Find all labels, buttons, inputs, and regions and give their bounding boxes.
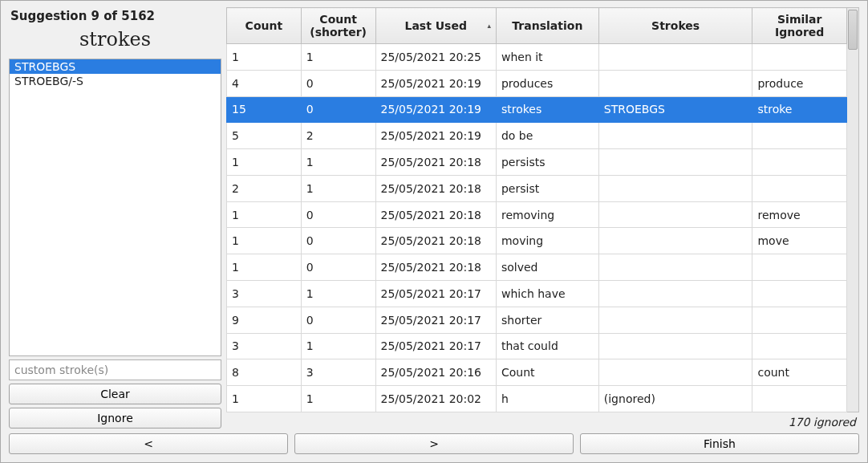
right-pane: Count Count (shorter) Last Used ▴ Transl… (226, 7, 859, 428)
cell-strokes (598, 254, 752, 281)
top-region: Suggestion 9 of 5162 strokes STROEBGSSTR… (9, 7, 859, 428)
cell-translation: Count (496, 359, 598, 386)
ignore-button[interactable]: Ignore (9, 408, 221, 428)
cell-shorter: 0 (301, 254, 375, 281)
clear-button[interactable]: Clear (9, 384, 221, 404)
col-header-last-used-label: Last Used (404, 19, 467, 32)
cell-shorter: 1 (301, 333, 375, 359)
cell-translation: that could (496, 333, 598, 359)
cell-translation: persists (496, 149, 598, 176)
cell-similar (752, 307, 847, 333)
cell-count: 1 (227, 44, 302, 71)
table-row[interactable]: 1025/05/2021 20:18solved (227, 254, 847, 281)
cell-translation: removing (496, 201, 598, 228)
cell-strokes: (ignored) (598, 386, 752, 412)
cell-similar: stroke (752, 96, 847, 123)
cell-strokes (598, 123, 752, 149)
col-header-count[interactable]: Count (227, 8, 302, 44)
cell-translation: h (496, 386, 598, 412)
table-row[interactable]: 4025/05/2021 20:19producesproduce (227, 70, 847, 96)
cell-count: 8 (227, 359, 302, 386)
cell-last: 25/05/2021 20:18 (375, 149, 496, 176)
cell-shorter: 3 (301, 359, 375, 386)
table-row[interactable]: 1025/05/2021 20:18removingremove (227, 201, 847, 228)
cell-last: 25/05/2021 20:18 (375, 175, 496, 201)
next-button[interactable]: > (294, 433, 574, 454)
cell-shorter: 0 (301, 96, 375, 123)
cell-count: 1 (227, 149, 302, 176)
left-pane: Suggestion 9 of 5162 strokes STROEBGSSTR… (9, 7, 221, 428)
cell-translation: strokes (496, 96, 598, 123)
col-header-similar-ignored[interactable]: Similar Ignored (752, 8, 847, 44)
cell-translation: solved (496, 254, 598, 281)
prev-button[interactable]: < (9, 433, 288, 454)
table-row[interactable]: 1125/05/2021 20:02h(ignored) (227, 386, 847, 412)
cell-count: 1 (227, 228, 302, 254)
finish-button[interactable]: Finish (580, 433, 859, 454)
cell-shorter: 1 (301, 386, 375, 412)
table-row[interactable]: 1125/05/2021 20:18persists (227, 149, 847, 176)
cell-similar (752, 44, 847, 71)
col-header-strokes[interactable]: Strokes (598, 8, 752, 44)
col-header-translation[interactable]: Translation (496, 8, 598, 44)
table-header-row: Count Count (shorter) Last Used ▴ Transl… (227, 8, 847, 44)
custom-stroke-input[interactable] (9, 359, 221, 380)
cell-last: 25/05/2021 20:16 (375, 359, 496, 386)
col-header-last-used[interactable]: Last Used ▴ (375, 8, 496, 44)
cell-strokes (598, 149, 752, 176)
stroke-list-item[interactable]: STROEBGS (10, 59, 221, 74)
cell-shorter: 1 (301, 149, 375, 176)
table-row[interactable]: 15025/05/2021 20:19strokesSTROEBGSstroke (227, 96, 847, 123)
cell-similar (752, 333, 847, 359)
main-window: Suggestion 9 of 5162 strokes STROEBGSSTR… (0, 0, 868, 463)
cell-strokes (598, 359, 752, 386)
cell-translation: shorter (496, 307, 598, 333)
cell-count: 4 (227, 70, 302, 96)
table-row[interactable]: 8325/05/2021 20:16Countcount (227, 359, 847, 386)
stroke-list[interactable]: STROEBGSSTROEBG/-S (9, 59, 221, 356)
cell-last: 25/05/2021 20:19 (375, 123, 496, 149)
scrollbar-thumb[interactable] (848, 10, 858, 50)
table-wrap: Count Count (shorter) Last Used ▴ Transl… (226, 7, 859, 412)
suggestions-table[interactable]: Count Count (shorter) Last Used ▴ Transl… (226, 7, 847, 412)
cell-last: 25/05/2021 20:17 (375, 333, 496, 359)
cell-shorter: 0 (301, 70, 375, 96)
cell-last: 25/05/2021 20:18 (375, 228, 496, 254)
cell-last: 25/05/2021 20:19 (375, 96, 496, 123)
cell-last: 25/05/2021 20:17 (375, 281, 496, 307)
cell-count: 5 (227, 123, 302, 149)
table-scrollbar[interactable] (847, 7, 859, 412)
sort-indicator-icon: ▴ (487, 22, 491, 30)
cell-count: 1 (227, 201, 302, 228)
cell-last: 25/05/2021 20:18 (375, 201, 496, 228)
cell-translation: when it (496, 44, 598, 71)
cell-similar: produce (752, 70, 847, 96)
cell-translation: persist (496, 175, 598, 201)
current-translation-title: strokes (9, 26, 221, 55)
cell-strokes: STROEBGS (598, 96, 752, 123)
cell-last: 25/05/2021 20:18 (375, 254, 496, 281)
cell-similar: move (752, 228, 847, 254)
cell-last: 25/05/2021 20:02 (375, 386, 496, 412)
table-row[interactable]: 1025/05/2021 20:18movingmove (227, 228, 847, 254)
table-row[interactable]: 1125/05/2021 20:25when it (227, 44, 847, 71)
cell-similar: count (752, 359, 847, 386)
cell-similar (752, 386, 847, 412)
cell-translation: moving (496, 228, 598, 254)
cell-strokes (598, 281, 752, 307)
table-row[interactable]: 2125/05/2021 20:18persist (227, 175, 847, 201)
cell-similar (752, 149, 847, 176)
cell-shorter: 2 (301, 123, 375, 149)
cell-translation: which have (496, 281, 598, 307)
table-row[interactable]: 3125/05/2021 20:17which have (227, 281, 847, 307)
cell-similar (752, 123, 847, 149)
cell-count: 3 (227, 281, 302, 307)
table-row[interactable]: 9025/05/2021 20:17shorter (227, 307, 847, 333)
cell-shorter: 1 (301, 175, 375, 201)
table-row[interactable]: 5225/05/2021 20:19do be (227, 123, 847, 149)
cell-shorter: 0 (301, 307, 375, 333)
col-header-count-shorter[interactable]: Count (shorter) (301, 8, 375, 44)
table-row[interactable]: 3125/05/2021 20:17that could (227, 333, 847, 359)
cell-strokes (598, 333, 752, 359)
stroke-list-item[interactable]: STROEBG/-S (10, 74, 221, 88)
